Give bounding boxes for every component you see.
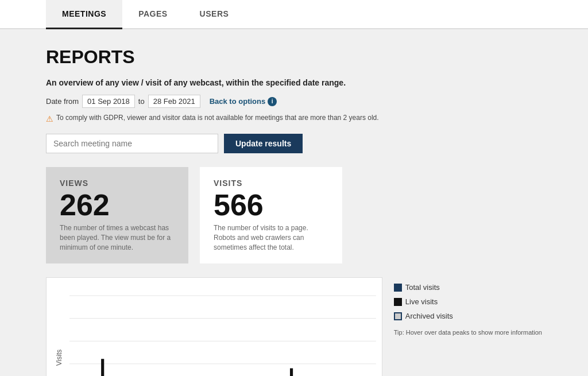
tab-meetings[interactable]: MEETINGS xyxy=(46,0,122,29)
views-label: VIEWS xyxy=(60,179,175,188)
date-from-label: Date from xyxy=(46,97,79,106)
legend-label-total: Total visits xyxy=(405,283,440,292)
legend-tip: Tip: Hover over data peaks to show more … xyxy=(394,328,542,337)
legend-item-total: Total visits xyxy=(394,283,542,292)
tabs-bar: MEETINGS PAGES USERS xyxy=(0,0,588,29)
chart-section: Visits 50 40 30 20 10 0 xyxy=(46,277,542,376)
back-to-options-label: Back to options xyxy=(210,97,266,106)
views-value: 262 xyxy=(60,190,175,220)
chart-svg: 50 40 30 20 10 0 Oct 2018 xyxy=(69,284,376,376)
legend-item-archived: Archived visits xyxy=(394,312,542,320)
update-results-button[interactable]: Update results xyxy=(224,134,303,153)
date-to-label: to xyxy=(138,97,145,106)
legend-item-live: Live visits xyxy=(394,297,542,306)
back-to-options-link[interactable]: Back to options i xyxy=(210,97,277,106)
gdpr-notice: ⚠ To comply with GDPR, viewer and visito… xyxy=(46,114,542,123)
svg-rect-68 xyxy=(290,369,293,376)
warning-icon: ⚠ xyxy=(46,114,53,123)
svg-rect-64 xyxy=(101,359,104,376)
date-row: Date from 01 Sep 2018 to 28 Feb 2021 Bac… xyxy=(46,95,542,108)
date-to-value: 28 Feb 2021 xyxy=(148,95,200,108)
info-icon: i xyxy=(268,97,277,106)
legend-label-live: Live visits xyxy=(405,297,438,306)
search-input[interactable] xyxy=(46,134,218,153)
description: An overview of any view / visit of any w… xyxy=(46,77,390,89)
legend: Total visits Live visits Archived visits… xyxy=(394,277,542,337)
tab-pages[interactable]: PAGES xyxy=(122,0,183,29)
visits-description: The number of visits to a page. Robots a… xyxy=(214,223,328,252)
gdpr-text: To comply with GDPR, viewer and visitor … xyxy=(56,114,379,122)
visits-card: VISITS 566 The number of visits to a pag… xyxy=(200,167,342,263)
legend-checkbox-total xyxy=(394,284,402,292)
search-row: Update results xyxy=(46,134,542,153)
date-from-value: 01 Sep 2018 xyxy=(82,95,135,108)
views-description: The number of times a webcast has been p… xyxy=(60,223,175,252)
legend-label-archived: Archived visits xyxy=(405,312,453,320)
views-card: VIEWS 262 The number of times a webcast … xyxy=(46,167,188,263)
y-axis-label: Visits xyxy=(55,350,63,366)
chart-container: Visits 50 40 30 20 10 0 xyxy=(46,277,382,376)
tab-users[interactable]: USERS xyxy=(184,0,245,29)
main-content: REPORTS An overview of any view / visit … xyxy=(0,29,588,376)
legend-checkbox-live xyxy=(394,298,402,306)
visits-label: VISITS xyxy=(214,179,328,188)
stats-row: VIEWS 262 The number of times a webcast … xyxy=(46,167,542,263)
visits-value: 566 xyxy=(214,190,328,220)
page-title: REPORTS xyxy=(46,46,542,68)
legend-checkbox-archived xyxy=(394,312,402,320)
